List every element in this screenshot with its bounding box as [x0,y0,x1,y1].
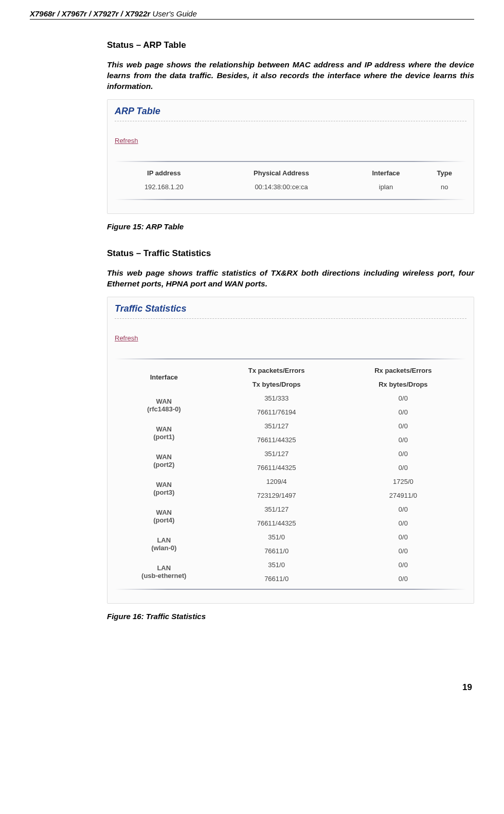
tx-packets-errors: 351/0 [213,530,340,544]
tx-bytes-drops: 76611/44325 [213,433,340,447]
tx-packets-errors: 351/0 [213,558,340,572]
table-row: WAN(rfc1483-0)351/3330/0 [115,391,466,405]
traffic-panel-title: Traffic Statistics [115,303,466,314]
rx-bytes-drops: 0/0 [340,461,466,475]
figure15-caption: Figure 15: ARP Table [107,222,474,231]
col-rx1: Rx packets/Errors [340,364,466,377]
rx-bytes-drops: 274911/0 [340,489,466,502]
rx-packets-errors: 0/0 [340,502,466,516]
iface-cell: WAN(port4) [115,502,213,530]
table-row: WAN(port4)351/1270/0 [115,502,466,516]
tx-bytes-drops: 76611/0 [213,544,340,558]
table-top-rule [115,358,466,359]
rx-bytes-drops: 0/0 [340,572,466,586]
figure16-caption: Figure 16: Traffic Statistics [107,612,474,621]
col-type: Type [423,166,466,180]
tx-packets-errors: 1209/4 [213,475,340,489]
rx-bytes-drops: 0/0 [340,516,466,530]
cell-ip: 192.168.1.20 [115,180,213,194]
tx-bytes-drops: 76611/44325 [213,461,340,475]
tx-packets-errors: 351/333 [213,391,340,405]
arp-panel: ARP Table Refresh IP address Physical Ad… [107,99,474,214]
section1-title: Status – ARP Table [107,40,474,50]
page-header: X7968r / X7967r / X7927r / X7922r User's… [30,9,474,20]
rx-packets-errors: 0/0 [340,419,466,433]
tx-bytes-drops: 76611/0 [213,572,340,586]
table-row: LAN(usb-ethernet)351/00/0 [115,558,466,572]
iface-cell: LAN(usb-ethernet) [115,558,213,586]
arp-table: IP address Physical Address Interface Ty… [115,166,466,194]
tx-packets-errors: 351/127 [213,419,340,433]
section1-intro: This web page shows the relationship bet… [107,60,474,92]
traffic-panel: Traffic Statistics Refresh Interface Tx … [107,297,474,604]
table-bottom-rule [115,589,466,590]
tx-bytes-drops: 76611/76194 [213,405,340,419]
table-row: 192.168.1.20 00:14:38:00:ce:ca iplan no [115,180,466,194]
table-row: WAN(port1)351/1270/0 [115,419,466,433]
page-number: 19 [30,682,474,693]
col-tx2: Tx bytes/Drops [213,377,340,391]
rx-packets-errors: 0/0 [340,447,466,461]
section2-title: Status – Traffic Statistics [107,248,474,259]
col-ip: IP address [115,166,213,180]
table-row: LAN(wlan-0)351/00/0 [115,530,466,544]
table-bottom-rule [115,199,466,200]
iface-cell: WAN(port1) [115,419,213,447]
rx-packets-errors: 1725/0 [340,475,466,489]
table-top-rule [115,161,466,162]
divider [115,318,466,319]
tx-packets-errors: 351/127 [213,502,340,516]
cell-iface: iplan [349,180,422,194]
refresh-link[interactable]: Refresh [115,137,138,144]
col-phys: Physical Address [213,166,350,180]
refresh-link[interactable]: Refresh [115,334,138,342]
rx-bytes-drops: 0/0 [340,405,466,419]
col-iface: Interface [349,166,422,180]
col-tx1: Tx packets/Errors [213,364,340,377]
traffic-table: Interface Tx packets/Errors Rx packets/E… [115,364,466,586]
tx-bytes-drops: 76611/44325 [213,516,340,530]
header-models: X7968r / X7967r / X7927r / X7922r [30,9,150,18]
col-rx2: Rx bytes/Drops [340,377,466,391]
iface-cell: WAN(port3) [115,475,213,502]
header-suffix: User's Guide [150,9,196,18]
divider [115,121,466,121]
rx-packets-errors: 0/0 [340,530,466,544]
section2-intro: This web page shows traffic statistics o… [107,268,474,290]
table-row: WAN(port2)351/1270/0 [115,447,466,461]
cell-type: no [423,180,466,194]
tx-packets-errors: 351/127 [213,447,340,461]
col-iface: Interface [115,364,213,391]
rx-packets-errors: 0/0 [340,558,466,572]
rx-bytes-drops: 0/0 [340,433,466,447]
rx-packets-errors: 0/0 [340,391,466,405]
tx-bytes-drops: 723129/1497 [213,489,340,502]
iface-cell: WAN(rfc1483-0) [115,391,213,419]
table-row: WAN(port3)1209/41725/0 [115,475,466,489]
iface-cell: WAN(port2) [115,447,213,475]
iface-cell: LAN(wlan-0) [115,530,213,558]
cell-phys: 00:14:38:00:ce:ca [213,180,350,194]
arp-panel-title: ARP Table [115,106,466,117]
rx-bytes-drops: 0/0 [340,544,466,558]
